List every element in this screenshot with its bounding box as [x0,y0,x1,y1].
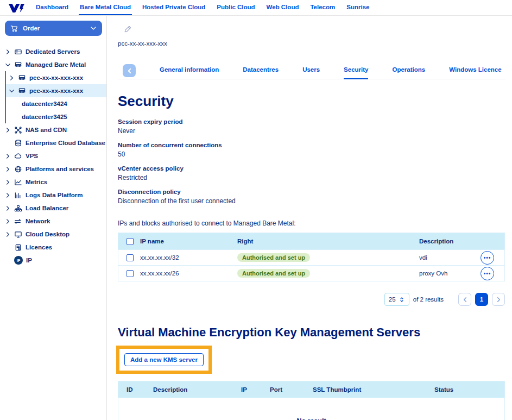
security-section-title: Security [118,93,505,110]
field-label: Disconnection policy [118,189,505,195]
order-button[interactable]: Order [5,21,102,36]
nav-item-bare-metal-cloud[interactable]: Bare Metal Cloud [79,0,132,15]
cell-ip-name: xx.xx.xx.xx/32 [140,254,237,261]
chevron-right-icon [496,297,502,303]
nav-item-sunrise[interactable]: Sunrise [345,0,370,15]
table-row: xx.xx.xx.xx/26 Authorised and set up pro… [118,265,504,281]
sidebar-item-label: VPS [26,153,38,159]
sidebar-item-nas-and-cdn[interactable]: NAS and CDN [0,123,106,136]
service-name: pcc-xx-xx-xxx-xxx [118,40,505,47]
bare-metal-icon [18,87,26,95]
server-icon [14,48,22,56]
table-row: xx.xx.xx.xx/32 Authorised and set up vdi… [118,249,504,265]
back-button[interactable] [123,64,136,77]
chevron-right-icon [5,166,11,172]
select-all-checkbox[interactable] [127,238,134,245]
chevron-down-icon [9,88,15,94]
bare-metal-icon [18,74,26,82]
load-balancer-icon [14,204,22,212]
bar-chart-icon [14,191,22,199]
field-label: Number of concurrent connections [118,142,505,148]
field-label: Session expiry period [118,118,505,125]
kms-section-title: Virtual Machine Encryption Key Managemen… [118,325,505,340]
nav-item-web-cloud[interactable]: Web Cloud [266,0,300,15]
sidebar-item-label: Network [26,218,50,224]
page-1-button[interactable]: 1 [475,293,488,306]
status-badge: Authorised and set up [237,269,310,278]
sidebar-item-metrics[interactable]: Metrics [0,175,106,189]
add-kms-server-button[interactable]: Add a new KMS server [124,353,204,366]
sidebar-item-pcc-1[interactable]: pcc-xx-xx-xxx-xxx [6,71,106,84]
sidebar-item-datacenter3425[interactable]: datacenter3425 [6,110,106,123]
nav-item-public-cloud[interactable]: Public Cloud [216,0,256,15]
sidebar-item-network[interactable]: Network [0,215,106,228]
tab-windows-licence[interactable]: Windows Licence [449,66,501,79]
tab-users[interactable]: Users [302,66,320,79]
sidebar-item-label: Dedicated Servers [26,48,80,55]
kms-table: ID Description IP Port SSL Thumbprint St… [118,381,505,420]
sidebar-item-label: pcc-xx-xx-xxx-xxx [29,74,83,81]
sidebar-item-dedicated-servers[interactable]: Dedicated Servers [0,45,106,58]
sidebar-item-label: pcc-xx-xx-xxx-xxx [29,87,83,94]
field-disconnection-policy: Disconnection policy Disconnection of th… [118,189,505,205]
row-actions-button[interactable]: ••• [481,267,494,280]
chevron-down-icon [5,62,11,68]
kms-table-header-row: ID Description IP Port SSL Thumbprint St… [118,381,504,398]
row-checkbox[interactable] [127,270,134,277]
kms-empty-state: No result [118,398,504,420]
column-ip: IP [233,386,262,393]
tab-bar: General information Datacentres Users Se… [118,64,505,79]
sidebar-item-ip[interactable]: IP IP [0,254,106,267]
sidebar-item-label: Enterprise Cloud Database [26,140,105,146]
authorised-ips-table: IP name Right Description xx.xx.xx.xx/32… [118,233,505,281]
annotation-highlight-box: Add a new KMS server [116,346,212,374]
field-concurrent-connections: Number of concurrent connections 50 [118,142,505,158]
sidebar-item-label: Logs Data Platform [26,192,83,198]
tab-security[interactable]: Security [344,66,368,79]
stepper-updown-icon [399,296,405,303]
sidebar-item-enterprise-cloud-database[interactable]: Enterprise Cloud Database [0,136,106,149]
row-checkbox[interactable] [127,254,134,261]
next-page-button[interactable] [492,293,505,306]
ip-icon: IP [14,256,23,265]
managed-bare-metal-children: pcc-xx-xx-xxx-xxx pcc-xx-xx-xxx-xxx data… [5,71,106,123]
sidebar-item-vps[interactable]: VPS [0,149,106,162]
globe-icon [14,165,22,173]
chevron-right-icon [5,49,11,55]
sidebar-item-label: Managed Bare Metal [26,61,86,68]
security-fields: Session expiry period Never Number of co… [118,118,505,205]
sidebar: Order Dedicated Servers Managed Bare Met… [0,16,107,420]
sidebar-item-datacenter3424[interactable]: datacenter3424 [6,97,106,110]
sidebar-item-platforms-and-services[interactable]: Platforms and services [0,162,106,175]
tab-general-information[interactable]: General information [160,66,219,79]
sidebar-item-managed-bare-metal[interactable]: Managed Bare Metal [0,58,106,71]
sidebar-item-licences[interactable]: Licences [0,241,106,254]
page-size-selector[interactable]: 25 [384,293,409,306]
previous-page-button[interactable] [458,293,471,306]
sidebar-item-label: Cloud Desktop [26,231,69,237]
main-content: pcc-xx-xx-xxx-xxx General information Da… [107,16,512,420]
edit-pencil-icon[interactable] [124,25,132,33]
nav-item-dashboard[interactable]: Dashboard [35,0,69,15]
tab-datacentres[interactable]: Datacentres [243,66,279,79]
sidebar-item-cloud-desktop[interactable]: Cloud Desktop [0,228,106,241]
tab-operations[interactable]: Operations [392,66,425,79]
chevron-right-icon [5,192,11,198]
sidebar-item-pcc-2-selected[interactable]: pcc-xx-xx-xxx-xxx [6,84,106,97]
pagination: 25 of 2 results 1 [118,293,505,306]
chevron-left-icon [462,297,468,303]
sidebar-item-load-balancer[interactable]: Load Balancer [0,202,106,215]
desktop-icon [14,230,22,239]
chevron-right-icon [5,231,11,237]
sidebar-item-logs-data-platform[interactable]: Logs Data Platform [0,189,106,202]
field-session-expiry: Session expiry period Never [118,118,505,135]
row-actions-button[interactable]: ••• [481,251,494,265]
nav-item-telecom[interactable]: Telecom [309,0,336,15]
universe-nav: Dashboard Bare Metal Cloud Hosted Privat… [35,0,370,15]
nav-item-hosted-private-cloud[interactable]: Hosted Private Cloud [141,0,206,15]
chevron-right-icon [9,75,15,81]
sidebar-item-label: Metrics [26,179,47,185]
sidebar-item-label: Platforms and services [26,166,94,172]
sidebar-item-label: Load Balancer [26,205,68,211]
chevron-right-icon [5,127,11,133]
